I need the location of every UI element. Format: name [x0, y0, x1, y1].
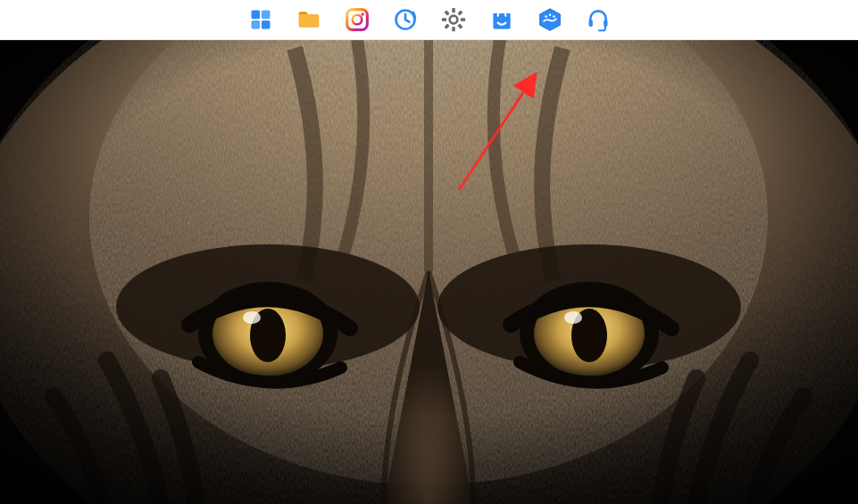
svg-rect-12 [460, 18, 464, 21]
svg-rect-14 [444, 23, 449, 29]
svg-rect-22 [588, 20, 592, 27]
svg-rect-16 [457, 23, 462, 29]
svg-point-5 [352, 15, 362, 25]
desktop-wallpaper [0, 39, 858, 504]
settings-icon[interactable] [440, 6, 467, 33]
svg-rect-0 [251, 11, 260, 20]
svg-rect-23 [604, 20, 607, 27]
clock-sync-icon[interactable] [392, 6, 419, 33]
multi-instance-icon[interactable] [247, 6, 274, 33]
svg-rect-3 [261, 21, 270, 29]
svg-rect-4 [346, 10, 367, 30]
svg-rect-13 [457, 10, 462, 15]
file-manager-icon[interactable] [296, 6, 322, 33]
svg-point-20 [548, 14, 550, 16]
instagram-icon[interactable] [344, 6, 371, 33]
svg-rect-2 [251, 21, 260, 29]
top-toolbar [0, 0, 858, 40]
svg-rect-11 [441, 18, 446, 21]
svg-point-19 [545, 15, 546, 17]
svg-rect-10 [452, 27, 455, 31]
svg-point-6 [361, 12, 363, 15]
svg-rect-15 [444, 10, 449, 15]
app-store-icon[interactable] [488, 6, 515, 33]
svg-rect-1 [261, 11, 270, 20]
launcher-icon[interactable] [537, 6, 563, 33]
svg-point-21 [553, 15, 554, 17]
svg-rect-9 [452, 8, 455, 12]
support-headset-icon[interactable] [585, 6, 612, 33]
svg-point-8 [449, 16, 457, 24]
svg-rect-38 [0, 39, 858, 504]
